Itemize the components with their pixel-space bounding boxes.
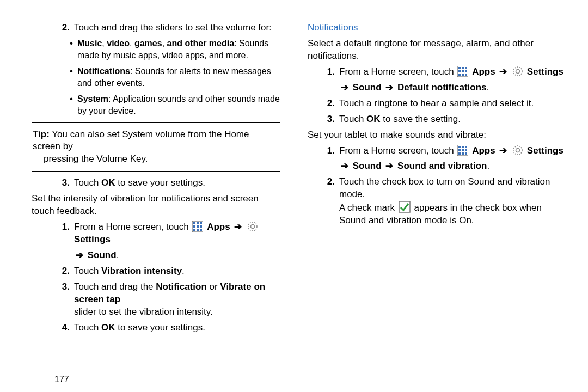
paragraph: Set your tablet to make sounds and vibra… — [308, 129, 566, 142]
list-item: 4. Touch OK to save your settings. — [32, 322, 280, 334]
step-number: 3. — [56, 281, 74, 318]
bullet-dot: • — [70, 65, 77, 89]
svg-rect-30 — [465, 149, 467, 151]
arrow-icon: ➔ — [498, 145, 509, 156]
arrow-icon: ➔ — [339, 161, 350, 171]
list-item: 2. Touch a ringtone to hear a sample and… — [308, 97, 566, 110]
svg-rect-29 — [462, 149, 464, 151]
arrow-icon: ➔ — [498, 66, 509, 77]
tip-text: You can also set System volume from the … — [33, 129, 249, 152]
svg-rect-13 — [458, 67, 461, 69]
svg-rect-14 — [462, 67, 464, 69]
svg-rect-21 — [465, 74, 467, 76]
arrow-icon: ➔ — [74, 250, 85, 260]
arrow-icon: ➔ — [339, 82, 350, 93]
divider — [32, 171, 280, 171]
list-item: 3. Touch OK to save the setting. — [308, 113, 566, 126]
svg-rect-7 — [193, 229, 195, 231]
bullet-item: • Music, video, games, and other media: … — [32, 38, 280, 61]
arrow-icon: ➔ — [384, 161, 395, 171]
svg-rect-1 — [193, 222, 195, 224]
bullet-item: • Notifications: Sounds for alerts to ne… — [32, 65, 280, 89]
list-item: 2. Touch Vibration intensity. — [32, 265, 280, 278]
svg-rect-28 — [458, 149, 461, 151]
tip-box: Tip: You can also set System volume from… — [32, 128, 280, 166]
apps-icon — [457, 66, 468, 77]
svg-point-23 — [516, 69, 520, 73]
step-number: 2. — [56, 265, 74, 278]
svg-point-34 — [513, 146, 522, 155]
svg-rect-31 — [458, 152, 461, 155]
svg-point-35 — [516, 148, 520, 152]
list-item: 2. Touch and drag the sliders to set the… — [32, 22, 280, 34]
svg-rect-27 — [465, 146, 467, 148]
step-number: 1. — [321, 145, 339, 157]
list-item: 2. Touch the check box to turn on Sound … — [308, 176, 566, 227]
step-text: Touch and drag the sliders to set the vo… — [74, 22, 280, 34]
divider — [32, 122, 280, 123]
svg-rect-16 — [458, 70, 461, 72]
settings-icon — [512, 66, 523, 77]
svg-rect-8 — [197, 229, 199, 231]
step-number: 3. — [321, 113, 339, 126]
apps-icon — [192, 221, 203, 232]
continuation-line: ➔ Sound. — [32, 249, 280, 262]
svg-rect-15 — [465, 67, 467, 69]
svg-rect-36 — [399, 201, 410, 212]
svg-rect-18 — [465, 70, 467, 72]
svg-rect-25 — [458, 146, 461, 148]
svg-rect-9 — [200, 229, 202, 231]
page-number: 177 — [54, 373, 69, 385]
tip-text-line2: pressing the Volume Key. — [33, 153, 279, 166]
svg-rect-26 — [462, 146, 464, 148]
step-number: 2. — [56, 22, 74, 34]
tip-label: Tip: — [33, 129, 50, 139]
list-item: 3. Touch and drag the Notification or Vi… — [32, 281, 280, 318]
paragraph: Set the intensity of vibration for notif… — [32, 193, 280, 218]
settings-icon — [512, 145, 523, 156]
paragraph: Select a default ringtone for message, a… — [308, 38, 566, 63]
left-column: 2. Touch and drag the sliders to set the… — [22, 22, 294, 381]
right-column: Notifications Select a default ringtone … — [294, 22, 566, 381]
list-item: 1. From a Home screen, touch Apps ➔ Sett… — [308, 66, 566, 78]
bullet-item: • System: Application sounds and other s… — [32, 93, 280, 117]
settings-icon — [247, 221, 258, 232]
svg-rect-19 — [458, 74, 461, 76]
step-number: 3. — [56, 177, 74, 189]
svg-point-22 — [513, 67, 522, 76]
continuation-line: ➔ Sound ➔ Default notifications. — [308, 82, 566, 94]
step-number: 1. — [321, 66, 339, 78]
apps-icon — [457, 145, 468, 156]
list-item: 3. Touch OK to save your settings. — [32, 177, 280, 189]
svg-rect-32 — [462, 152, 464, 155]
svg-rect-3 — [200, 222, 202, 224]
svg-rect-17 — [462, 70, 464, 72]
svg-rect-4 — [193, 225, 195, 228]
svg-rect-2 — [197, 222, 199, 224]
svg-point-10 — [248, 222, 257, 231]
list-item: 1. From a Home screen, touch Apps ➔ Sett… — [32, 221, 280, 246]
svg-rect-33 — [465, 152, 467, 155]
bullet-dot: • — [70, 38, 77, 61]
checkmark-icon — [399, 201, 411, 213]
step-number: 1. — [56, 221, 74, 246]
arrow-icon: ➔ — [232, 222, 243, 232]
svg-rect-6 — [200, 225, 202, 228]
svg-point-11 — [251, 225, 255, 229]
svg-rect-20 — [462, 74, 464, 76]
step-number: 2. — [321, 97, 339, 110]
section-heading: Notifications — [308, 22, 566, 34]
svg-rect-5 — [197, 225, 199, 228]
step-number: 2. — [321, 176, 339, 227]
continuation-line: ➔ Sound ➔ Sound and vibration. — [308, 160, 566, 173]
step-number: 4. — [56, 322, 74, 334]
bullet-dot: • — [70, 93, 77, 117]
arrow-icon: ➔ — [384, 82, 395, 93]
list-item: 1. From a Home screen, touch Apps ➔ Sett… — [308, 145, 566, 157]
